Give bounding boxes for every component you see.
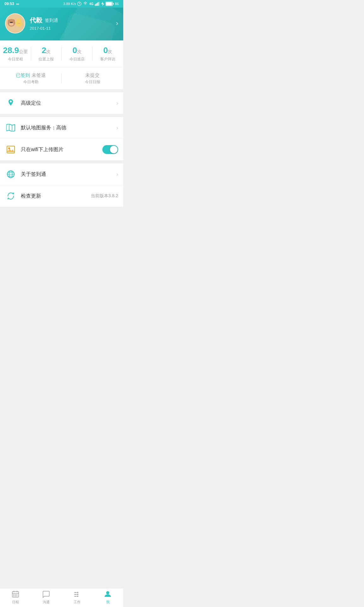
divider-2 xyxy=(0,114,123,117)
svg-rect-2 xyxy=(96,3,96,6)
menu-about-text: 关于签到通 xyxy=(21,171,116,178)
svg-marker-28 xyxy=(7,149,15,152)
profile-chevron-icon[interactable]: › xyxy=(116,19,118,28)
menu-about-section: 关于签到通 › 检查更新 当前版本3.8.2 xyxy=(0,163,123,207)
menu-item-about[interactable]: 关于签到通 › xyxy=(0,163,123,185)
attendance-section: 已签到 未签退 今日考勤 未提交 今日日报 xyxy=(0,67,123,89)
stat-mileage: 28.9公里 今日里程 xyxy=(0,46,31,62)
daily-report-label: 今日日报 xyxy=(62,79,123,85)
user-name-row: 代毅 签到通 xyxy=(30,16,58,25)
image-icon xyxy=(5,144,16,155)
stat-visit-label: 客户拜访 xyxy=(93,57,124,62)
svg-point-21 xyxy=(19,23,20,24)
avatar-image xyxy=(6,14,25,33)
location-chevron-icon: › xyxy=(116,100,118,107)
app-name-label: 签到通 xyxy=(45,18,58,23)
menu-map-text: 默认地图服务：高德 xyxy=(21,125,116,131)
svg-rect-8 xyxy=(113,3,114,4)
svg-point-20 xyxy=(18,23,19,24)
attendance-status: 已签到 未签退 xyxy=(0,72,62,78)
report-status: 未提交 xyxy=(62,72,123,78)
svg-marker-6 xyxy=(101,2,104,6)
stat-location-label: 位置上报 xyxy=(31,57,62,62)
svg-point-22 xyxy=(10,101,12,102)
menu-item-map[interactable]: 默认地图服务：高德 › xyxy=(0,117,123,139)
menu-map-section: 默认地图服务：高德 › 只在wifi下上传图片 xyxy=(0,117,123,160)
location-svg xyxy=(7,99,15,107)
infinite-icon: ∞ xyxy=(16,1,19,6)
stat-patrol-label: 今日巡店 xyxy=(62,57,93,62)
menu-item-wifi-upload[interactable]: 只在wifi下上传图片 xyxy=(0,139,123,160)
attendance-today: 已签到 未签退 今日考勤 xyxy=(0,72,62,85)
divider-3 xyxy=(0,160,123,163)
stat-visit-value: 0次 xyxy=(93,46,124,55)
user-info: 代毅 签到通 2017-01-11 xyxy=(30,16,58,31)
menu-location-right: › xyxy=(116,100,118,107)
location-icon xyxy=(5,97,16,109)
not-signed-out: 未签退 xyxy=(32,72,46,78)
svg-rect-3 xyxy=(97,3,97,6)
stats-section: 28.9公里 今日里程 2次 位置上报 0次 今日巡店 0次 客户拜访 xyxy=(0,40,123,67)
network-speed: 3.89 K/s xyxy=(63,2,76,6)
divider-1 xyxy=(0,89,123,92)
menu-map-right: › xyxy=(116,125,118,131)
signal-icon xyxy=(95,2,100,6)
stat-location-value: 2次 xyxy=(31,46,62,55)
battery-icon xyxy=(106,2,114,6)
image-svg xyxy=(7,146,15,153)
globe-icon xyxy=(5,169,16,180)
status-right: 3.89 K/s 4G 86 xyxy=(63,2,119,6)
svg-point-16 xyxy=(11,22,13,23)
battery-level: 86 xyxy=(115,2,119,6)
header-info-area: 代毅 签到通 2017-01-11 xyxy=(5,13,58,34)
menu-item-update[interactable]: 检查更新 当前版本3.8.2 xyxy=(0,185,123,207)
refresh-svg xyxy=(7,192,15,200)
avatar xyxy=(5,13,25,34)
globe-svg xyxy=(7,170,15,178)
signed-status: 已签到 xyxy=(16,72,30,78)
attendance-label: 今日考勤 xyxy=(0,79,62,85)
toggle-knob xyxy=(110,146,118,153)
svg-rect-1 xyxy=(95,4,95,6)
svg-point-14 xyxy=(9,22,14,26)
status-bar: 09:53 ∞ 3.89 K/s 4G xyxy=(0,0,123,8)
map-chevron-icon: › xyxy=(116,125,118,131)
profile-header[interactable]: 代毅 签到通 2017-01-11 › xyxy=(0,8,123,40)
svg-marker-23 xyxy=(6,124,15,132)
svg-point-17 xyxy=(16,20,22,27)
svg-rect-5 xyxy=(99,2,100,6)
menu-location-text: 高级定位 xyxy=(21,100,116,107)
refresh-icon xyxy=(5,190,16,202)
stat-mileage-value: 28.9公里 xyxy=(0,46,31,55)
status-left: 09:53 ∞ xyxy=(4,1,19,6)
menu-wifi-text: 只在wifi下上传图片 xyxy=(21,146,102,153)
charging-icon xyxy=(101,2,104,6)
about-chevron-icon: › xyxy=(116,171,118,178)
menu-wifi-right xyxy=(102,145,118,154)
svg-rect-4 xyxy=(98,2,98,6)
stat-location: 2次 位置上报 xyxy=(31,46,62,62)
user-date: 2017-01-11 xyxy=(30,26,58,31)
svg-rect-9 xyxy=(106,2,112,5)
stat-patrol-value: 0次 xyxy=(62,46,93,55)
svg-point-18 xyxy=(17,18,19,22)
svg-point-19 xyxy=(19,18,21,22)
map-icon xyxy=(5,122,16,133)
svg-point-15 xyxy=(10,22,11,23)
status-time: 09:53 xyxy=(4,2,14,6)
stat-mileage-label: 今日里程 xyxy=(0,57,31,62)
wifi-upload-toggle[interactable] xyxy=(102,145,118,154)
menu-location-section: 高级定位 › xyxy=(0,92,123,114)
menu-item-location[interactable]: 高级定位 › xyxy=(0,92,123,114)
svg-point-27 xyxy=(8,147,10,149)
daily-report: 未提交 今日日报 xyxy=(62,72,123,85)
network-type: 4G xyxy=(89,2,93,6)
user-name: 代毅 xyxy=(30,16,42,25)
stat-visit: 0次 客户拜访 xyxy=(93,46,124,62)
menu-update-text: 检查更新 xyxy=(21,193,91,199)
stat-patrol: 0次 今日巡店 xyxy=(62,46,93,62)
menu-update-right: 当前版本3.8.2 xyxy=(91,193,118,199)
map-svg xyxy=(6,124,15,132)
clock-icon xyxy=(77,2,82,6)
menu-about-right: › xyxy=(116,171,118,178)
